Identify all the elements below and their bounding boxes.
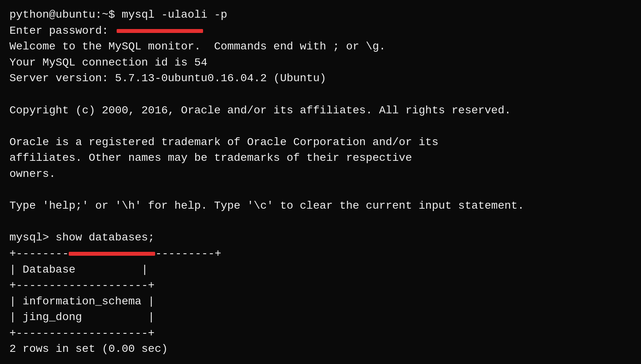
- show-databases-command: mysql> show databases;: [9, 230, 632, 246]
- sep-before-text: +--------: [9, 246, 69, 262]
- table-header-line: | Database |: [9, 262, 632, 278]
- blank-line-1: [9, 87, 632, 103]
- oracle-trademark-line2: affiliates. Other names may be trademark…: [9, 150, 632, 166]
- table-separator-top: +-------- ---------+: [9, 246, 632, 262]
- oracle-trademark-line3: owners.: [9, 166, 632, 182]
- separator-redacted-bar: [69, 252, 155, 256]
- connection-id-line: Your MySQL connection id is 54: [9, 55, 632, 71]
- sep-after-text: ---------+: [155, 246, 221, 262]
- rows-result-line: 2 rows in set (0.00 sec): [9, 341, 632, 357]
- welcome-line: Welcome to the MySQL monitor. Commands e…: [9, 39, 632, 55]
- password-redacted-bar: [117, 29, 203, 33]
- server-version-line: Server version: 5.7.13-0ubuntu0.16.04.2 …: [9, 71, 632, 87]
- table-row-jing-dong: | jing_dong |: [9, 309, 632, 326]
- help-line: Type 'help;' or '\h' for help. Type '\c'…: [9, 198, 632, 214]
- copyright-line: Copyright (c) 2000, 2016, Oracle and/or …: [9, 103, 632, 119]
- oracle-trademark-line1: Oracle is a registered trademark of Orac…: [9, 135, 632, 151]
- blank-line-4: [9, 214, 632, 230]
- table-row-information-schema: | information_schema |: [9, 294, 632, 310]
- table-separator-header-bottom: +--------------------+: [9, 278, 632, 294]
- blank-line-2: [9, 118, 632, 135]
- terminal-window: python@ubuntu:~$ mysql -ulaoli -p Enter …: [9, 7, 632, 357]
- password-label: Enter password:: [9, 23, 115, 39]
- password-line: Enter password:: [9, 23, 632, 39]
- command-line: python@ubuntu:~$ mysql -ulaoli -p: [9, 7, 632, 23]
- blank-line-3: [9, 182, 632, 198]
- table-separator-bottom: +--------------------+: [9, 326, 632, 342]
